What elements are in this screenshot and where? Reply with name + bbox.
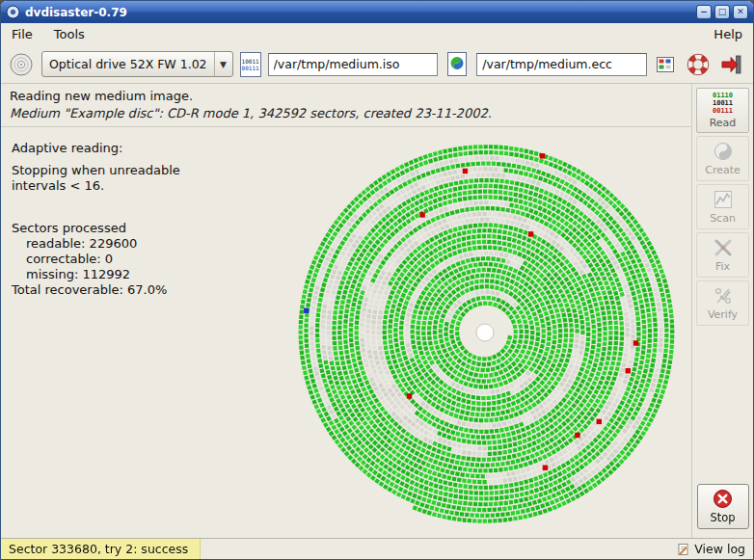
image-file-icon-row: 10011 xyxy=(242,58,259,65)
read-icon-row: 10011 xyxy=(713,99,733,107)
fix-icon xyxy=(713,237,734,258)
menubar: File Tools Help xyxy=(1,23,753,45)
ecc-file-icon[interactable] xyxy=(444,50,470,78)
statusbar: Sector 333680, try 2: success View log xyxy=(1,538,753,559)
status-header: Reading new medium image. Medium "Exampl… xyxy=(1,84,691,127)
adaptive-reading-heading: Adaptive reading: xyxy=(12,141,279,156)
read-icon-row: 00111 xyxy=(713,107,733,115)
stop-button[interactable]: Stop xyxy=(697,484,749,529)
app-icon xyxy=(6,5,20,19)
missing-count: missing: 112992 xyxy=(12,267,279,282)
read-icon: 01110 10011 00111 xyxy=(713,92,733,115)
menu-tools[interactable]: Tools xyxy=(51,25,88,43)
menu-help[interactable]: Help xyxy=(711,25,745,43)
minimize-button[interactable]: − xyxy=(696,5,712,19)
read-icon-row: 01110 xyxy=(713,92,733,99)
image-file-icon-row: 00111 xyxy=(242,65,259,71)
view-log-icon xyxy=(677,543,690,556)
titlebar[interactable]: dvdisaster-0.79 − □ ✕ xyxy=(1,1,753,23)
view-log-button[interactable]: View log xyxy=(669,542,753,556)
scan-icon xyxy=(713,189,734,210)
fix-button[interactable]: Fix xyxy=(696,232,749,278)
disc-canvas xyxy=(287,135,683,530)
maximize-button[interactable]: □ xyxy=(714,5,730,19)
total-recoverable: Total recoverable: 67.0% xyxy=(12,282,279,298)
verify-button-label: Verify xyxy=(708,308,738,321)
drive-select-value: Optical drive 52X FW 1.02 xyxy=(42,57,214,71)
disc-map-area xyxy=(279,127,691,538)
action-sidebar: 01110 10011 00111 Read Create Scan xyxy=(691,84,753,538)
create-button[interactable]: Create xyxy=(696,136,749,181)
fix-button-label: Fix xyxy=(715,260,730,273)
read-button-label: Read xyxy=(710,117,737,129)
ecc-file-input[interactable] xyxy=(476,53,647,76)
create-icon xyxy=(713,141,734,162)
app-window: dvdisaster-0.79 − □ ✕ File Tools Help Op… xyxy=(0,0,754,560)
image-file-input[interactable] xyxy=(268,53,439,76)
window-title: dvdisaster-0.79 xyxy=(25,6,127,19)
reading-info-panel: Adaptive reading: Stopping when unreadab… xyxy=(1,127,279,538)
drive-icon[interactable] xyxy=(8,51,35,78)
image-file-icon[interactable]: 10011 00111 xyxy=(240,52,261,77)
create-button-label: Create xyxy=(705,164,741,176)
scan-button[interactable]: Scan xyxy=(696,184,749,229)
stop-icon xyxy=(713,489,733,509)
chevron-down-icon[interactable]: ▼ xyxy=(214,52,232,76)
status-header-line2: Medium "Example disc": CD-R mode 1, 3425… xyxy=(10,106,683,120)
help-icon[interactable] xyxy=(686,52,711,77)
view-log-label: View log xyxy=(694,542,745,556)
correctable-count: correctable: 0 xyxy=(12,252,279,267)
menu-file[interactable]: File xyxy=(9,25,36,43)
readable-count: readable: 229600 xyxy=(12,236,279,252)
scan-button-label: Scan xyxy=(710,212,736,225)
verify-icon xyxy=(713,285,734,307)
drive-select[interactable]: Optical drive 52X FW 1.02 ▼ xyxy=(41,51,233,77)
verify-button[interactable]: Verify xyxy=(696,280,749,326)
preferences-icon[interactable] xyxy=(654,53,677,76)
status-header-line1: Reading new medium image. xyxy=(10,89,683,103)
status-message: Sector 333680, try 2: success xyxy=(1,539,201,559)
quit-icon[interactable] xyxy=(719,52,744,77)
sectors-processed-heading: Sectors processed xyxy=(12,221,279,236)
stop-condition-line1: Stopping when unreadable xyxy=(12,163,279,178)
close-button[interactable]: ✕ xyxy=(733,5,748,19)
toolbar: Optical drive 52X FW 1.02 ▼ 10011 00111 xyxy=(1,45,753,84)
read-button[interactable]: 01110 10011 00111 Read xyxy=(696,88,749,133)
stop-condition-line2: intervals < 16. xyxy=(12,178,279,194)
stop-button-label: Stop xyxy=(710,511,735,524)
